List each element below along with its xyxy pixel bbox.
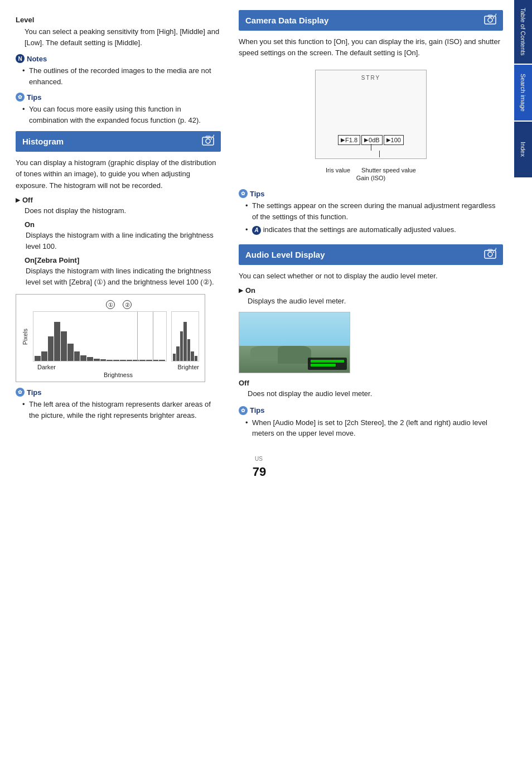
brightness-label: Brightness bbox=[22, 372, 199, 378]
sidebar: Table of Contents Search image Index bbox=[514, 0, 532, 757]
audio-level-body: You can select whether or not to display… bbox=[239, 271, 503, 282]
camera-data-body: When you set this function to [On], you … bbox=[239, 36, 503, 59]
histogram-zebra-desc: Displays the histogram with lines indica… bbox=[25, 266, 221, 287]
svg-rect-0 bbox=[202, 137, 214, 145]
sidebar-tab-toc[interactable]: Table of Contents bbox=[514, 0, 532, 64]
audio-option-on-label: ▶ On bbox=[239, 286, 503, 295]
audio-tips-title: ✿ Tips bbox=[239, 406, 503, 415]
camera-label-row: Iris value Shutter speed value bbox=[239, 167, 503, 173]
camera-data-tips-item-1: A indicates that the settings are automa… bbox=[245, 224, 503, 235]
histogram-tips-list: The left area of the histogram represent… bbox=[16, 399, 221, 421]
darker-label: Darker bbox=[37, 364, 56, 370]
notes-title: N Notes bbox=[16, 54, 221, 63]
gain-label: Gain (ISO) bbox=[239, 175, 503, 181]
notes-item: The outlines of the recorded images to t… bbox=[22, 65, 221, 87]
audio-meter-overlay bbox=[308, 358, 347, 370]
svg-rect-10 bbox=[485, 250, 496, 258]
audio-camera-icon bbox=[484, 248, 496, 262]
notes-list: The outlines of the recorded images to t… bbox=[16, 65, 221, 87]
histogram-heading: Histogram bbox=[22, 137, 64, 146]
tips-icon-4: ✿ bbox=[239, 406, 248, 415]
histogram-off-desc: Does not display the histogram. bbox=[16, 205, 221, 216]
audio-level-image bbox=[239, 312, 350, 373]
audio-on-desc: Displays the audio level meter. bbox=[239, 296, 503, 307]
camera-data-camera-icon bbox=[484, 13, 496, 27]
audio-option-on: ▶ On Displays the audio level meter. bbox=[239, 286, 503, 307]
level-heading: Level bbox=[16, 16, 221, 24]
tips-item-1: You can focus more easily using this fun… bbox=[22, 104, 221, 126]
notes-icon: N bbox=[16, 54, 25, 63]
iris-icon: ▶ bbox=[341, 137, 345, 143]
sidebar-tab-search[interactable]: Search image bbox=[514, 65, 532, 120]
camera-data-tips-item-0: The settings appear on the screen during… bbox=[245, 200, 503, 222]
histogram-bars bbox=[33, 312, 166, 361]
camera-display-wrapper: STRY ▶ F1.8 ▶ 0dB ▶ bbox=[239, 63, 503, 166]
histogram-option-off: ▶ Off Does not display the histogram. bbox=[16, 196, 221, 216]
notes-block: N Notes The outlines of the recorded ima… bbox=[16, 54, 221, 87]
circle-2-label: ② bbox=[123, 300, 132, 309]
audio-option-off-label: Off bbox=[239, 379, 503, 387]
camera-data-header: Camera Data Display bbox=[239, 10, 503, 31]
camera-data-tips-block: ✿ Tips The settings appear on the screen… bbox=[239, 189, 503, 235]
histogram-chart-area: Pixels bbox=[22, 311, 199, 361]
histogram-tips-title: ✿ Tips bbox=[16, 388, 221, 397]
histogram-section-header: Histogram bbox=[16, 131, 221, 152]
a-indicator-icon: A bbox=[252, 226, 261, 235]
audio-meter-bar-2 bbox=[311, 364, 336, 367]
histogram-option-zebra: On[Zebra Point] Displays the histogram w… bbox=[16, 256, 221, 287]
svg-rect-5 bbox=[485, 16, 496, 24]
tips-block-1: ✿ Tips You can focus more easily using t… bbox=[16, 93, 221, 126]
shutter-label: Shutter speed value bbox=[361, 167, 416, 173]
audio-tips-item: When [Audio Mode] is set to [2ch Stereo]… bbox=[245, 417, 503, 439]
svg-point-1 bbox=[206, 139, 210, 143]
pixels-label: Pixels bbox=[22, 329, 28, 345]
tips-icon-1: ✿ bbox=[16, 93, 25, 102]
mini-chart-bars bbox=[172, 312, 199, 361]
page-number-display: US79 bbox=[16, 458, 503, 479]
histogram-option-off-label: ▶ Off bbox=[16, 196, 221, 204]
tips-icon-3: ✿ bbox=[239, 189, 248, 198]
page-number-prefix: US bbox=[255, 456, 263, 462]
histogram-camera-icon bbox=[202, 134, 214, 148]
histogram-option-on-label: On bbox=[25, 220, 221, 229]
svg-point-13 bbox=[493, 252, 494, 253]
audio-tips-block: ✿ Tips When [Audio Mode] is set to [2ch … bbox=[239, 406, 503, 439]
audio-level-heading: Audio Level Display bbox=[245, 250, 325, 259]
level-body: You can select a peaking sensitivity fro… bbox=[16, 26, 221, 49]
histogram-tips-block: ✿ Tips The left area of the histogram re… bbox=[16, 388, 221, 421]
tips-title-1: ✿ Tips bbox=[16, 93, 221, 102]
camera-data-tips-list: The settings appear on the screen during… bbox=[239, 200, 503, 235]
iso-d-icon: ▶ bbox=[386, 137, 390, 143]
page-number: 79 bbox=[16, 465, 503, 479]
iris-label: Iris value bbox=[326, 167, 350, 173]
histogram-chart bbox=[33, 311, 167, 361]
page-footer: US79 bbox=[16, 456, 503, 485]
svg-point-11 bbox=[488, 252, 492, 257]
circle-1-label: ① bbox=[106, 300, 115, 309]
audio-level-header: Audio Level Display bbox=[239, 244, 503, 265]
stry-label: STRY bbox=[361, 75, 381, 81]
histogram-figure: ① ② Pixels bbox=[16, 294, 205, 382]
histogram-option-on: On Displays the histogram with a line in… bbox=[16, 220, 221, 252]
histogram-on-desc: Displays the histogram with a line indic… bbox=[25, 230, 221, 252]
histogram-body: You can display a histogram (graphic dis… bbox=[16, 157, 221, 191]
audio-tips-list: When [Audio Mode] is set to [2ch Stereo]… bbox=[239, 417, 503, 439]
audio-off-desc: Does not display the audio level meter. bbox=[239, 388, 503, 399]
svg-point-8 bbox=[493, 17, 494, 18]
camera-data-tips-text-1: indicates that the settings are automati… bbox=[263, 225, 456, 234]
audio-on-arrow: ▶ bbox=[239, 287, 243, 293]
histogram-circle-labels: ① ② bbox=[22, 300, 199, 309]
audio-meter-bar-1 bbox=[311, 360, 344, 363]
sidebar-tab-index[interactable]: Index bbox=[514, 122, 532, 177]
arrow-icon: ▶ bbox=[16, 197, 20, 203]
histogram-option-zebra-label: On[Zebra Point] bbox=[25, 256, 221, 264]
svg-point-3 bbox=[211, 138, 212, 139]
tips-list-1: You can focus more easily using this fun… bbox=[16, 104, 221, 126]
audio-option-off: Off Does not display the audio level met… bbox=[239, 379, 503, 399]
mini-chart bbox=[171, 311, 199, 361]
brighter-label: Brighter bbox=[177, 364, 199, 370]
svg-point-6 bbox=[488, 18, 492, 22]
tips-icon-2: ✿ bbox=[16, 388, 25, 397]
histogram-bottom-labels: Darker Brighter bbox=[22, 364, 199, 370]
camera-data-tips-title: ✿ Tips bbox=[239, 189, 503, 198]
